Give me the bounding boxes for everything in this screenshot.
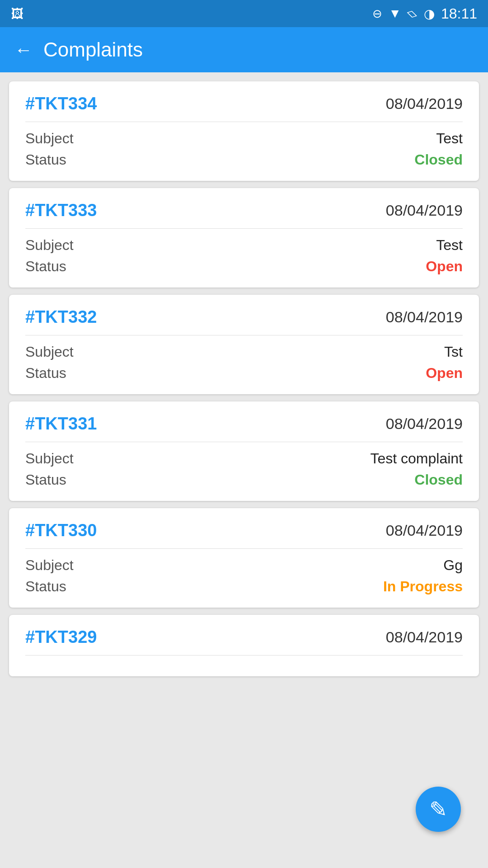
signal-icon [372, 6, 382, 21]
ticket-card[interactable]: #TKT332 08/04/2019 Subject Tst Status Op… [9, 295, 479, 394]
card-header: #TKT334 08/04/2019 [25, 94, 463, 122]
ticket-card[interactable]: #TKT331 08/04/2019 Subject Test complain… [9, 401, 479, 501]
status-row: Status Open [25, 365, 463, 382]
status-bar-right: 18:11 [372, 5, 477, 22]
ticket-card[interactable]: #TKT330 08/04/2019 Subject Gg Status In … [9, 508, 479, 608]
battery-icon [424, 6, 435, 21]
ticket-date: 08/04/2019 [386, 628, 463, 646]
subject-label: Subject [25, 450, 74, 467]
status-bar: 🖼 18:11 [0, 0, 488, 27]
subject-label: Subject [25, 237, 74, 254]
ticket-date: 08/04/2019 [386, 202, 463, 219]
subject-row: Subject Test [25, 130, 463, 147]
subject-value: Tst [444, 344, 463, 360]
status-label: Status [25, 258, 66, 275]
subject-value: Test complaint [370, 450, 463, 467]
card-header: #TKT330 08/04/2019 [25, 521, 463, 549]
card-body: Subject Tst Status Open [25, 344, 463, 382]
ticket-card[interactable]: #TKT333 08/04/2019 Subject Test Status O… [9, 188, 479, 288]
card-header: #TKT329 08/04/2019 [25, 627, 463, 656]
card-body: Subject Test Status Open [25, 237, 463, 275]
ticket-id: #TKT329 [25, 627, 97, 647]
ticket-id: #TKT330 [25, 521, 97, 540]
ticket-date: 08/04/2019 [386, 415, 463, 433]
status-row: Status Closed [25, 472, 463, 488]
ticket-id: #TKT331 [25, 414, 97, 434]
back-button[interactable]: ← [14, 40, 33, 60]
status-label: Status [25, 365, 66, 382]
no-sim-icon [408, 6, 418, 21]
subject-row: Subject Gg [25, 557, 463, 574]
tickets-list: #TKT334 08/04/2019 Subject Test Status C… [0, 72, 488, 685]
subject-label: Subject [25, 344, 74, 360]
subject-row: Subject Test [25, 237, 463, 254]
ticket-date: 08/04/2019 [386, 308, 463, 326]
ticket-id: #TKT334 [25, 94, 97, 113]
ticket-card[interactable]: #TKT334 08/04/2019 Subject Test Status C… [9, 81, 479, 181]
ticket-card[interactable]: #TKT329 08/04/2019 [9, 615, 479, 676]
card-body: Subject Test Status Closed [25, 130, 463, 168]
status-label: Status [25, 472, 66, 488]
card-body: Subject Gg Status In Progress [25, 557, 463, 595]
status-value: Closed [414, 151, 463, 168]
subject-value: Test [436, 130, 463, 147]
subject-row: Subject Tst [25, 344, 463, 360]
subject-row: Subject Test complaint [25, 450, 463, 467]
app-bar: ← Complaints [0, 27, 488, 72]
subject-label: Subject [25, 557, 74, 574]
ticket-date: 08/04/2019 [386, 95, 463, 113]
photo-icon: 🖼 [11, 6, 23, 21]
ticket-date: 08/04/2019 [386, 522, 463, 539]
status-value: Open [426, 365, 463, 382]
ticket-id: #TKT333 [25, 201, 97, 220]
subject-label: Subject [25, 130, 74, 147]
edit-icon: ✎ [429, 797, 447, 822]
card-header: #TKT331 08/04/2019 [25, 414, 463, 442]
status-bar-left: 🖼 [11, 6, 23, 21]
status-value: Open [426, 258, 463, 275]
status-time: 18:11 [441, 5, 477, 22]
status-label: Status [25, 578, 66, 595]
subject-value: Gg [443, 557, 463, 574]
card-header: #TKT332 08/04/2019 [25, 307, 463, 335]
ticket-id: #TKT332 [25, 307, 97, 327]
status-row: Status In Progress [25, 578, 463, 595]
status-value: In Progress [383, 578, 463, 595]
card-body: Subject Test complaint Status Closed [25, 450, 463, 488]
card-header: #TKT333 08/04/2019 [25, 201, 463, 229]
status-label: Status [25, 151, 66, 168]
status-value: Closed [414, 472, 463, 488]
subject-value: Test [436, 237, 463, 254]
create-complaint-fab[interactable]: ✎ [416, 787, 461, 832]
status-row: Status Closed [25, 151, 463, 168]
status-row: Status Open [25, 258, 463, 275]
page-title: Complaints [43, 38, 143, 61]
wifi-icon [389, 6, 401, 21]
